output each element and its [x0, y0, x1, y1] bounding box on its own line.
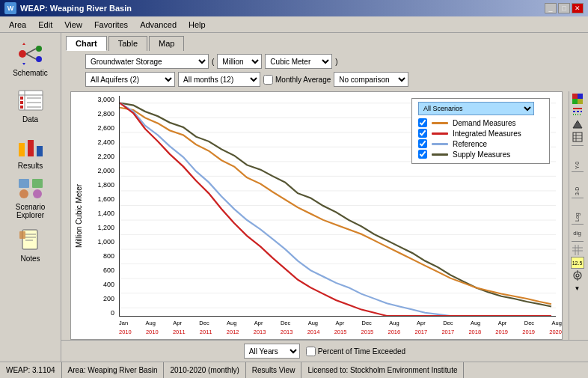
svg-rect-27: [19, 231, 25, 239]
status-area: Area: Weaping River Basin: [62, 362, 165, 378]
legend-check-integrated[interactable]: [418, 129, 427, 138]
monthly-average-checkbox[interactable]: [263, 75, 273, 85]
chart-container: Million Cubic Meter 3,000 2,800 2,600 2,…: [70, 91, 563, 340]
scroll-down-button[interactable]: ▼: [571, 282, 584, 294]
svg-rect-46: [578, 99, 583, 104]
toolbar-separator-1: [572, 145, 584, 146]
status-version: WEAP: 3.1104: [0, 362, 62, 378]
svg-point-2: [36, 56, 42, 62]
aquifers-select[interactable]: All Aquifers (2): [85, 72, 175, 87]
svg-rect-18: [37, 146, 43, 156]
log-label-indicator: Log: [575, 201, 580, 222]
comparison-select[interactable]: No comparison: [334, 72, 408, 87]
color-palette-button[interactable]: [571, 93, 584, 105]
legend-item-supply: Supply Measures: [418, 150, 543, 159]
sidebar-label-scenario: Scenario Explorer: [16, 203, 45, 219]
y-label-indicator: Y-0: [575, 148, 580, 169]
legend-check-demand[interactable]: [418, 118, 427, 127]
menu-advanced[interactable]: Advanced: [134, 19, 183, 31]
sidebar-item-data[interactable]: Data: [4, 82, 57, 127]
dig-button[interactable]: dig: [571, 227, 584, 239]
controls-row1: Groundwater Storage ( Million Cubic Mete…: [67, 54, 582, 69]
bottom-bar: All Years Percent of Time Exceeded: [61, 340, 588, 362]
scenario-icon: [16, 176, 45, 201]
legend-label-supply: Supply Measures: [453, 150, 510, 159]
window-title: WEAP: Weaping River Basin: [20, 4, 132, 13]
legend-line-integrated: [432, 132, 448, 135]
monthly-average-checkbox-label[interactable]: Monthly Average: [263, 75, 331, 85]
sidebar-item-notes[interactable]: Notes: [4, 222, 57, 266]
tab-chart[interactable]: Chart: [66, 36, 107, 51]
table-view-button[interactable]: [571, 131, 584, 143]
legend-scenario-select[interactable]: All Scenarios: [418, 102, 534, 115]
svg-rect-17: [28, 140, 34, 156]
content-area: Chart Table Map Groundwater Storage ( Mi…: [61, 33, 588, 362]
menu-area[interactable]: Area: [3, 19, 32, 31]
legend-item-demand: Demand Measures: [418, 118, 543, 127]
sidebar-label-schematic: Schematic: [13, 69, 48, 77]
notes-icon: [16, 226, 45, 253]
triangle-button[interactable]: [571, 118, 584, 130]
percent-exceeded-checkbox[interactable]: [306, 347, 316, 356]
3d-label-indicator: 3-D: [575, 174, 580, 195]
grid-button[interactable]: [571, 244, 584, 256]
status-view: Results View: [246, 362, 302, 378]
menu-edit[interactable]: Edit: [32, 19, 58, 31]
sidebar-item-results[interactable]: Results: [4, 129, 57, 174]
minimize-button[interactable]: _: [545, 3, 557, 13]
svg-point-60: [576, 274, 579, 277]
all-years-select[interactable]: All Years: [244, 344, 300, 359]
tab-table[interactable]: Table: [108, 36, 147, 51]
menu-bar: Area Edit View Favorites Advanced Help: [0, 16, 588, 33]
legend-check-reference[interactable]: [418, 139, 427, 148]
value-12-5-button[interactable]: 12.5: [571, 257, 584, 269]
menu-help[interactable]: Help: [183, 19, 212, 31]
legend-scenario-row: All Scenarios: [418, 102, 543, 115]
svg-point-0: [19, 50, 26, 58]
target-button[interactable]: [571, 269, 584, 281]
schematic-icon: [16, 40, 45, 67]
legend-line-reference: [432, 143, 448, 145]
monthly-average-label: Monthly Average: [275, 76, 331, 84]
tab-bar: Chart Table Map: [61, 33, 588, 51]
tab-map[interactable]: Map: [149, 36, 184, 51]
svg-marker-6: [22, 63, 25, 65]
svg-rect-44: [578, 94, 583, 99]
y-axis-label: Million Cubic Meter: [71, 92, 86, 339]
sidebar-label-notes: Notes: [20, 254, 40, 263]
svg-point-21: [19, 189, 28, 198]
svg-point-1: [36, 46, 42, 52]
results-icon: [16, 133, 45, 160]
window-controls[interactable]: _ □ ✕: [545, 3, 584, 13]
unit-scale-select[interactable]: Million: [217, 54, 262, 69]
toolbar-separator-2: [572, 171, 584, 172]
status-license: Licensed to: Stockholm Environment Insti…: [301, 362, 464, 378]
sidebar-item-schematic[interactable]: Schematic: [4, 36, 57, 81]
variable-select[interactable]: Groundwater Storage: [85, 54, 209, 69]
percent-exceeded-text: Percent of Time Exceeded: [318, 347, 405, 356]
percent-exceeded-label[interactable]: Percent of Time Exceeded: [306, 347, 405, 356]
svg-rect-19: [19, 179, 29, 188]
toolbar-separator-3: [572, 198, 584, 198]
menu-favorites[interactable]: Favorites: [88, 19, 134, 31]
legend-label-demand: Demand Measures: [453, 119, 515, 127]
data-icon: [16, 87, 45, 114]
legend-item-integrated: Integrated Measures: [418, 129, 543, 138]
app-icon: W: [4, 2, 16, 14]
months-select[interactable]: All months (12): [178, 72, 260, 87]
menu-view[interactable]: View: [58, 19, 88, 31]
line-style-button[interactable]: [571, 106, 584, 118]
svg-rect-51: [573, 132, 582, 141]
maximize-button[interactable]: □: [558, 3, 570, 13]
legend-check-supply[interactable]: [418, 150, 427, 159]
chart-controls: Groundwater Storage ( Million Cubic Mete…: [61, 51, 588, 90]
unit-select[interactable]: Cubic Meter: [265, 54, 332, 69]
legend-line-demand: [432, 122, 448, 124]
svg-rect-16: [19, 143, 25, 156]
close-button[interactable]: ✕: [572, 3, 584, 13]
sidebar: Schematic Data: [0, 33, 61, 362]
svg-point-22: [33, 189, 42, 198]
sidebar-item-scenario[interactable]: Scenario Explorer: [4, 175, 57, 220]
svg-line-3: [26, 49, 36, 54]
toolbar-separator-5: [572, 241, 584, 242]
